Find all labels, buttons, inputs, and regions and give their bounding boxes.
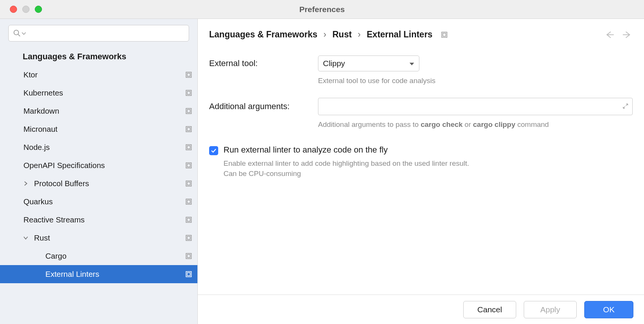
svg-rect-6	[186, 108, 191, 114]
svg-rect-4	[186, 90, 191, 96]
svg-rect-9	[187, 128, 190, 131]
dropdown-triangle-icon	[409, 59, 414, 68]
sidebar-item-label: Quarkus	[23, 197, 185, 206]
sidebar-item-label: OpenAPI Specifications	[23, 161, 185, 170]
external-tool-value: Clippy	[323, 59, 345, 68]
svg-point-0	[14, 30, 19, 35]
svg-rect-7	[187, 110, 190, 113]
breadcrumb-item: External Linters	[367, 29, 433, 40]
additional-args-label: Additional arguments:	[209, 102, 318, 111]
scope-project-icon	[185, 162, 192, 169]
sidebar-item-label: Reactive Streams	[23, 215, 185, 224]
additional-args-hint: Additional arguments to pass to cargo ch…	[318, 120, 633, 130]
sidebar-item-protocol-buffers[interactable]: Protocol Buffers	[0, 174, 197, 193]
search-icon	[12, 29, 22, 38]
window-controls	[0, 6, 42, 13]
scope-project-icon	[185, 198, 192, 205]
settings-tree: Languages & Frameworks Ktor Kubernetes M…	[0, 48, 197, 324]
svg-rect-3	[187, 73, 190, 76]
svg-rect-15	[187, 182, 190, 185]
sidebar-item-quarkus[interactable]: Quarkus	[0, 193, 197, 211]
sidebar-item-label: Ktor	[23, 70, 185, 79]
sidebar-item-rust[interactable]: Rust	[0, 229, 197, 247]
sidebar-item-micronaut[interactable]: Micronaut	[0, 120, 197, 138]
sidebar-item-label: Micronaut	[23, 125, 185, 134]
chevron-right-icon	[21, 181, 30, 186]
sidebar-item-kubernetes[interactable]: Kubernetes	[0, 84, 197, 102]
svg-rect-11	[187, 146, 190, 149]
sidebar-item-nodejs[interactable]: Node.js	[0, 138, 197, 156]
scope-project-icon	[185, 144, 192, 151]
sidebar-category-languages-frameworks[interactable]: Languages & Frameworks	[0, 48, 197, 66]
svg-rect-26	[442, 32, 447, 37]
run-on-fly-checkbox[interactable]	[209, 146, 218, 155]
scope-project-icon	[185, 216, 192, 223]
dialog-footer: Cancel Apply OK	[198, 295, 644, 324]
chevron-down-icon	[21, 236, 30, 240]
sidebar-item-label: Protocol Buffers	[34, 179, 185, 188]
sidebar: Languages & Frameworks Ktor Kubernetes M…	[0, 19, 198, 324]
external-tool-select[interactable]: Clippy	[318, 56, 419, 71]
sidebar-item-openapi[interactable]: OpenAPI Specifications	[0, 156, 197, 174]
breadcrumb-item[interactable]: Languages & Frameworks	[209, 29, 317, 40]
svg-rect-5	[187, 91, 190, 94]
svg-rect-12	[186, 163, 191, 168]
forward-button[interactable]	[622, 31, 633, 39]
sidebar-item-markdown[interactable]: Markdown	[0, 102, 197, 120]
sidebar-item-label: Node.js	[23, 143, 185, 152]
run-on-fly-label[interactable]: Run external linter to analyze code on t…	[223, 145, 481, 155]
expand-field-icon[interactable]	[622, 102, 628, 111]
svg-rect-23	[187, 255, 190, 258]
sidebar-item-label: Markdown	[23, 106, 185, 116]
sidebar-item-label: Rust	[34, 233, 185, 242]
svg-rect-21	[187, 236, 190, 239]
scope-project-icon	[185, 89, 192, 96]
svg-rect-25	[187, 273, 190, 276]
search-field[interactable]	[28, 29, 185, 38]
settings-panel: Languages & Frameworks › Rust › External…	[198, 19, 644, 324]
back-button[interactable]	[604, 31, 615, 39]
svg-rect-24	[186, 272, 191, 277]
scope-project-icon	[185, 71, 192, 78]
svg-rect-10	[186, 145, 191, 150]
scope-project-icon	[185, 253, 192, 259]
svg-rect-8	[186, 127, 191, 132]
scope-project-icon	[185, 271, 192, 278]
svg-rect-18	[186, 217, 191, 222]
svg-line-1	[18, 34, 20, 36]
scope-project-icon	[185, 235, 192, 241]
breadcrumb-item[interactable]: Rust	[332, 29, 352, 40]
minimize-window-button[interactable]	[22, 6, 29, 13]
svg-rect-2	[186, 72, 191, 77]
svg-rect-19	[187, 218, 190, 221]
svg-rect-13	[187, 164, 190, 167]
chevron-right-icon: ›	[358, 29, 361, 40]
sidebar-item-ktor[interactable]: Ktor	[0, 66, 197, 84]
ok-button[interactable]: OK	[584, 301, 633, 318]
external-tool-hint: External tool to use for code analysis	[318, 76, 633, 86]
scope-project-icon	[185, 108, 192, 114]
apply-button[interactable]: Apply	[524, 301, 577, 318]
breadcrumb: Languages & Frameworks › Rust › External…	[209, 29, 597, 40]
sidebar-item-cargo[interactable]: Cargo	[0, 247, 197, 265]
search-input[interactable]	[8, 25, 189, 42]
svg-rect-27	[443, 33, 446, 36]
sidebar-item-label: Cargo	[45, 251, 185, 261]
run-on-fly-hint: Enable external linter to add code highl…	[223, 159, 481, 179]
additional-args-input[interactable]	[318, 98, 633, 115]
close-window-button[interactable]	[10, 6, 17, 13]
sidebar-item-external-linters[interactable]: External Linters	[0, 265, 197, 283]
scope-project-icon	[185, 126, 192, 133]
svg-rect-16	[186, 199, 191, 204]
chevron-right-icon: ›	[323, 29, 326, 40]
cancel-button[interactable]: Cancel	[463, 301, 516, 318]
svg-rect-20	[186, 235, 191, 241]
svg-rect-17	[187, 200, 190, 203]
zoom-window-button[interactable]	[35, 6, 42, 13]
check-icon	[211, 148, 217, 154]
svg-rect-22	[186, 253, 191, 259]
scope-project-icon	[441, 31, 448, 38]
sidebar-item-label: External Linters	[45, 270, 185, 279]
sidebar-item-reactive-streams[interactable]: Reactive Streams	[0, 211, 197, 229]
window-title: Preferences	[0, 5, 644, 14]
